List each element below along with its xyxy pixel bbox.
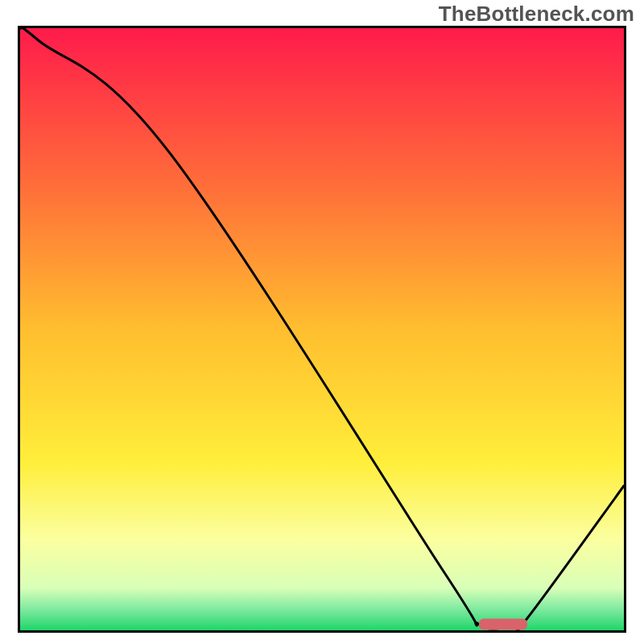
watermark-text: TheBottleneck.com [439,2,634,27]
chart-svg [18,26,626,633]
chart-container: TheBottleneck.com [0,0,644,644]
optimal-region-marker [479,619,527,630]
plot-frame [18,26,626,633]
plot-background [20,28,624,630]
